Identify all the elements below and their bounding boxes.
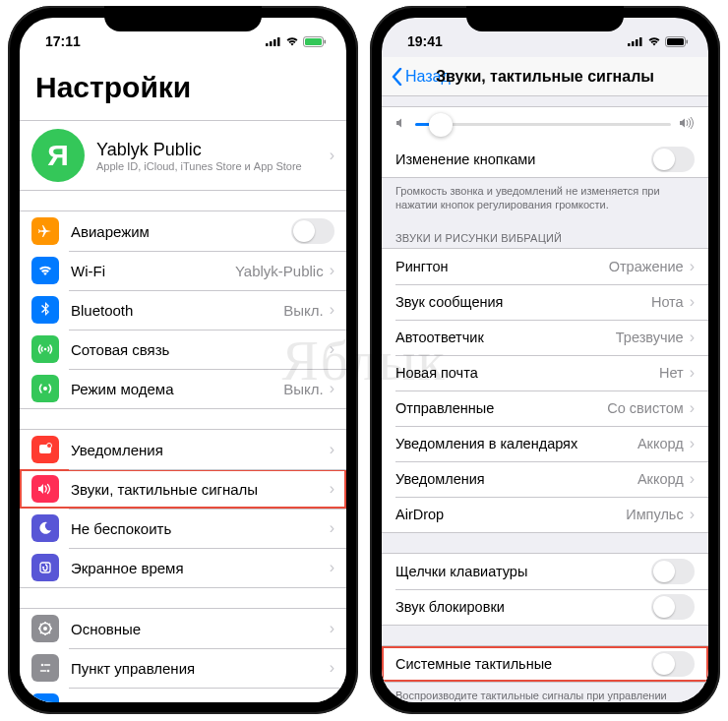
toggle-switch[interactable] xyxy=(651,594,695,620)
sound-row[interactable]: АвтоответчикТрезвучие› xyxy=(382,320,708,355)
row-value: Аккорд xyxy=(637,436,684,451)
row-label: Сотовая связь xyxy=(71,341,324,358)
settings-row-wifi[interactable]: Wi-FiYablyk-Public› xyxy=(20,251,346,290)
sound-row[interactable]: УведомленияАккорд› xyxy=(382,461,708,497)
row-label: Bluetooth xyxy=(71,302,283,319)
row-value: Выкл. xyxy=(283,302,323,319)
svg-rect-3 xyxy=(277,37,280,46)
speaker-high-icon xyxy=(679,117,695,132)
chevron-icon: › xyxy=(330,302,334,318)
wifi-icon xyxy=(285,36,299,46)
volume-slider-row[interactable] xyxy=(382,107,708,142)
row-value: Отражение xyxy=(609,259,684,274)
chevron-icon: › xyxy=(330,621,334,636)
svg-rect-5 xyxy=(305,38,322,45)
status-time: 17:11 xyxy=(45,33,81,49)
svg-rect-1 xyxy=(270,41,273,46)
svg-rect-21 xyxy=(636,39,638,46)
svg-rect-19 xyxy=(628,43,631,46)
screentime-icon xyxy=(31,554,59,581)
general-icon xyxy=(31,615,59,642)
row-label: Авиарежим xyxy=(71,223,291,240)
row-label: Режим модема xyxy=(71,381,283,397)
chevron-icon: › xyxy=(330,699,334,702)
chevron-icon: › xyxy=(690,507,695,522)
row-label: Звук сообщения xyxy=(395,294,651,310)
svg-rect-24 xyxy=(667,38,684,45)
settings-row-general[interactable]: Основные› xyxy=(20,609,346,648)
dnd-icon xyxy=(31,514,59,542)
sounds-icon xyxy=(31,475,59,503)
row-label: Уведомления в календарях xyxy=(395,436,637,451)
toggle-row[interactable]: Звук блокировки xyxy=(382,589,708,625)
sound-row[interactable]: ОтправленныеСо свистом› xyxy=(382,391,708,426)
row-label: Изменение кнопками xyxy=(395,151,651,167)
volume-slider[interactable] xyxy=(415,123,671,126)
row-label: Отправленные xyxy=(395,400,607,416)
row-label: Рингтон xyxy=(395,259,609,274)
toggle-row[interactable]: Щелчки клавиатуры xyxy=(382,554,708,589)
sound-row[interactable]: Звук сообщенияНота› xyxy=(382,284,708,320)
settings-row-dnd[interactable]: Не беспокоить› xyxy=(20,509,346,548)
status-indicators xyxy=(266,36,327,47)
profile-row[interactable]: Я Yablyk Public Apple ID, iCloud, iTunes… xyxy=(20,121,346,190)
row-label: Основные xyxy=(71,621,330,637)
phone-left: 17:11 Настройки Я Yablyk Public Apple ID… xyxy=(8,6,358,714)
chevron-icon: › xyxy=(330,381,334,396)
row-label: Уведомления xyxy=(395,471,637,487)
notch xyxy=(466,6,624,31)
chevron-icon: › xyxy=(330,520,334,536)
toggle-switch[interactable] xyxy=(651,651,695,677)
toggle-switch[interactable] xyxy=(651,559,695,584)
change-with-buttons-row[interactable]: Изменение кнопками xyxy=(382,142,708,177)
wifi-icon xyxy=(647,36,661,46)
nav-title: Звуки, тактильные сигналы xyxy=(436,68,654,86)
chevron-icon: › xyxy=(690,400,695,416)
notifications-icon xyxy=(31,436,59,463)
toggle-switch[interactable] xyxy=(291,218,334,244)
settings-row-control[interactable]: Пункт управления› xyxy=(20,648,346,688)
system-haptics-row[interactable]: Системные тактильные xyxy=(382,646,708,682)
settings-row-notifications[interactable]: Уведомления› xyxy=(20,430,346,469)
hotspot-icon xyxy=(31,375,59,402)
control-icon xyxy=(31,654,59,682)
row-label: Щелчки клавиатуры xyxy=(395,564,651,579)
settings-row-bluetooth[interactable]: BluetoothВыкл.› xyxy=(20,290,346,330)
settings-row-hotspot[interactable]: Режим модемаВыкл.› xyxy=(20,369,346,408)
haptics-footer: Воспроизводите тактильные сигналы при уп… xyxy=(382,683,708,702)
profile-sub: Apple ID, iCloud, iTunes Store и App Sto… xyxy=(96,160,330,172)
settings-row-screentime[interactable]: Экранное время› xyxy=(20,548,346,587)
chevron-icon: › xyxy=(690,294,695,310)
toggle-switch[interactable] xyxy=(651,147,695,172)
battery-icon xyxy=(303,36,327,47)
row-value: Нота xyxy=(651,294,684,310)
page-title: Настройки xyxy=(20,57,346,114)
svg-point-16 xyxy=(47,670,50,673)
settings-row-display[interactable]: AAЭкран и яркость› xyxy=(20,688,346,702)
avatar: Я xyxy=(31,129,85,182)
chevron-icon: › xyxy=(330,660,334,676)
settings-row-cellular[interactable]: Сотовая связь› xyxy=(20,330,346,369)
chevron-icon: › xyxy=(690,259,695,274)
speaker-low-icon xyxy=(395,117,407,132)
row-value: Yablyk-Public xyxy=(235,263,324,279)
svg-rect-25 xyxy=(687,39,689,43)
signal-icon xyxy=(628,36,643,46)
sound-row[interactable]: AirDropИмпульс› xyxy=(382,497,708,532)
svg-rect-22 xyxy=(639,37,642,46)
row-label: Автоответчик xyxy=(395,330,616,345)
row-label: Экранное время xyxy=(71,560,330,576)
status-indicators xyxy=(628,36,689,47)
notch xyxy=(104,6,262,31)
sound-row[interactable]: Уведомления в календаряхАккорд› xyxy=(382,426,708,461)
settings-row-airplane[interactable]: Авиарежим xyxy=(20,211,346,251)
svg-point-7 xyxy=(44,348,47,351)
settings-row-sounds[interactable]: Звуки, тактильные сигналы› xyxy=(20,469,346,509)
chevron-icon: › xyxy=(690,365,695,381)
sound-row[interactable]: Новая почтаНет› xyxy=(382,355,708,391)
svg-point-8 xyxy=(43,387,47,391)
row-value: Импульс xyxy=(626,507,683,522)
sound-row[interactable]: РингтонОтражение› xyxy=(382,249,708,284)
nav-bar: Назад Звуки, тактильные сигналы xyxy=(382,57,708,96)
chevron-icon: › xyxy=(690,436,695,451)
